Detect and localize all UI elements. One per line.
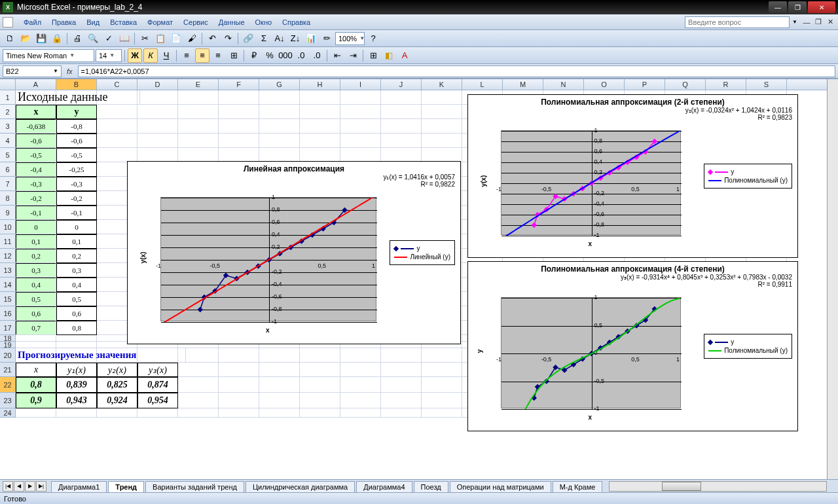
menu-window[interactable]: Окно bbox=[250, 17, 278, 27]
column-header-F[interactable]: F bbox=[219, 79, 259, 90]
increase-decimal-button[interactable]: .0 bbox=[294, 48, 308, 63]
cell-bg[interactable] bbox=[219, 377, 259, 393]
data-header-y[interactable]: y bbox=[56, 105, 97, 119]
cell[interactable] bbox=[16, 119, 56, 134]
row-header-19[interactable]: 19 bbox=[0, 342, 16, 348]
menu-file[interactable]: Файл bbox=[18, 17, 46, 27]
undo-button[interactable]: ↶ bbox=[205, 31, 219, 46]
select-all-corner[interactable] bbox=[0, 79, 16, 90]
align-right-button[interactable]: ≡ bbox=[211, 48, 225, 63]
cell-bg[interactable] bbox=[422, 408, 462, 418]
cell-bg[interactable] bbox=[340, 348, 381, 363]
formula-input[interactable]: =1,0416*A22+0,0057 bbox=[78, 65, 835, 77]
data-y-12[interactable]: 0,2 bbox=[56, 249, 97, 263]
cell-bg[interactable] bbox=[259, 348, 300, 363]
cell-bg[interactable] bbox=[97, 105, 137, 119]
row-header-15[interactable]: 15 bbox=[0, 292, 16, 306]
cell-bg[interactable] bbox=[300, 119, 340, 134]
cell-bg[interactable] bbox=[259, 105, 300, 119]
cell-bg[interactable] bbox=[422, 393, 462, 408]
help-button[interactable]: ? bbox=[366, 31, 380, 46]
row-header-16[interactable]: 16 bbox=[0, 306, 16, 321]
redo-button[interactable]: ↷ bbox=[221, 31, 235, 46]
cell-bg[interactable] bbox=[56, 335, 97, 342]
column-header-M[interactable]: M bbox=[503, 79, 543, 90]
cell-bg[interactable] bbox=[219, 408, 259, 418]
cell-bg[interactable] bbox=[16, 335, 56, 342]
row-header-2[interactable]: 2 bbox=[0, 105, 16, 119]
cell-bg[interactable] bbox=[381, 348, 422, 363]
cell-bg[interactable] bbox=[300, 105, 340, 119]
row-header-6[interactable]: 6 bbox=[0, 162, 16, 177]
cell-bg[interactable] bbox=[381, 134, 422, 148]
cell-bg[interactable] bbox=[422, 105, 462, 119]
row-header-12[interactable]: 12 bbox=[0, 249, 16, 263]
cell-bg[interactable] bbox=[340, 363, 381, 377]
row-header-13[interactable]: 13 bbox=[0, 263, 16, 278]
cell-bg[interactable] bbox=[97, 119, 137, 134]
forecast-cell-22-0[interactable]: 0,8 bbox=[16, 377, 56, 393]
sheet-tab-2[interactable]: Варианты заданий тренд bbox=[145, 481, 244, 492]
cell-bg[interactable] bbox=[422, 134, 462, 148]
cell-bg[interactable] bbox=[300, 377, 340, 393]
cell[interactable] bbox=[16, 206, 56, 220]
cell-bg[interactable] bbox=[178, 408, 219, 418]
merge-button[interactable]: ⊞ bbox=[227, 48, 241, 63]
row-header-1[interactable]: 1 bbox=[0, 90, 16, 105]
cell-bg[interactable] bbox=[340, 148, 381, 162]
sheet-tab-4[interactable]: Диаграмма4 bbox=[356, 481, 412, 492]
spell-button[interactable]: ✓ bbox=[101, 31, 116, 46]
chart-0[interactable]: Линейная аппроксимацияy₁(x) = 1,0416x + … bbox=[127, 161, 461, 344]
doc-close-button[interactable]: ✕ bbox=[825, 18, 835, 27]
row-header-3[interactable]: 3 bbox=[0, 119, 16, 134]
cell[interactable] bbox=[16, 162, 56, 177]
cell-bg[interactable] bbox=[422, 148, 462, 162]
paste-button[interactable]: 📄 bbox=[169, 31, 183, 46]
cell-bg[interactable] bbox=[300, 90, 340, 105]
sheet-tab-3[interactable]: Цилиндрическая диаграмма bbox=[246, 481, 355, 492]
cell-bg[interactable] bbox=[97, 148, 137, 162]
align-left-button[interactable]: ≡ bbox=[179, 48, 194, 63]
borders-button[interactable]: ⊞ bbox=[366, 48, 380, 63]
forecast-cell-23-0[interactable]: 0,9 bbox=[16, 393, 56, 408]
cell-bg[interactable] bbox=[219, 348, 259, 363]
font-color-button[interactable]: A bbox=[397, 48, 412, 63]
cell-bg[interactable] bbox=[178, 105, 219, 119]
row-header-9[interactable]: 9 bbox=[0, 206, 16, 220]
sheet-tab-7[interactable]: М-д Краме bbox=[553, 481, 603, 492]
row-header-10[interactable]: 10 bbox=[0, 220, 16, 234]
forecast-cell-22-2[interactable]: 0,825 bbox=[97, 377, 137, 393]
cell-bg[interactable] bbox=[16, 408, 56, 418]
cell-bg[interactable] bbox=[178, 119, 219, 134]
row-header-8[interactable]: 8 bbox=[0, 191, 16, 206]
data-y-15[interactable]: 0,5 bbox=[56, 292, 97, 306]
cell-bg[interactable] bbox=[219, 105, 259, 119]
chart-2[interactable]: Полиномиальная аппроксимация (4-й степен… bbox=[467, 261, 798, 431]
column-header-P[interactable]: P bbox=[625, 79, 665, 90]
cell-bg[interactable] bbox=[340, 377, 381, 393]
column-header-R[interactable]: R bbox=[706, 79, 746, 90]
cell-bg[interactable] bbox=[219, 134, 259, 148]
cell[interactable] bbox=[16, 177, 56, 191]
row-header-14[interactable]: 14 bbox=[0, 278, 16, 292]
menu-tools[interactable]: Сервис bbox=[178, 17, 213, 27]
tab-next-button[interactable]: ▶ bbox=[25, 481, 35, 492]
cell-bg[interactable] bbox=[56, 408, 97, 418]
data-y-6[interactable]: -0,25 bbox=[56, 162, 97, 177]
forecast-cell-23-2[interactable]: 0,924 bbox=[97, 393, 137, 408]
forecast-cell-22-1[interactable]: 0,839 bbox=[56, 377, 97, 393]
cell-bg[interactable] bbox=[381, 148, 422, 162]
cell-bg[interactable] bbox=[219, 90, 259, 105]
decrease-decimal-button[interactable]: .0 bbox=[310, 48, 324, 63]
data-y-3[interactable]: -0,8 bbox=[56, 119, 97, 134]
cell-bg[interactable] bbox=[422, 90, 462, 105]
cell-bg[interactable] bbox=[259, 377, 300, 393]
cell-bg[interactable] bbox=[381, 393, 422, 408]
forecast-cell-23-1[interactable]: 0,943 bbox=[56, 393, 97, 408]
tab-first-button[interactable]: |◀ bbox=[3, 481, 13, 492]
cell-bg[interactable] bbox=[56, 342, 97, 348]
sheet-tab-5[interactable]: Поезд bbox=[414, 481, 448, 492]
chart-button[interactable]: 📊 bbox=[304, 31, 318, 46]
font-size-dropdown[interactable]: 14▼ bbox=[96, 49, 122, 62]
column-header-K[interactable]: K bbox=[422, 79, 462, 90]
